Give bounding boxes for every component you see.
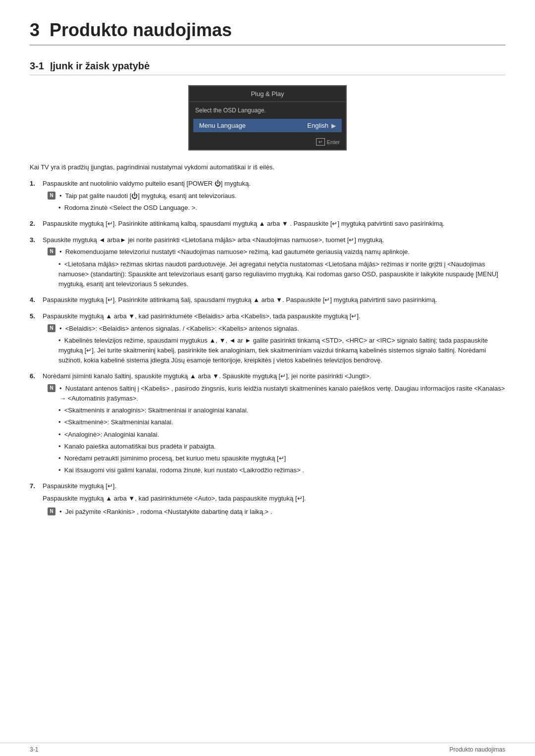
step-5-num: 5. (30, 311, 39, 322)
bullet-icon (48, 204, 54, 212)
osd-arrow-icon: ▶ (331, 122, 336, 129)
step-6-bullet-1: • <Skaitmeninis ir analoginis>: Skaitmen… (48, 405, 505, 415)
bullet-icon-9 (48, 466, 54, 475)
step-6-bullet-1-text: • <Skaitmeninis ir analoginis>: Skaitmen… (58, 405, 248, 415)
bullet-icon-2 (48, 260, 54, 269)
footer-page: 3-1 (30, 746, 38, 753)
osd-row-label: Menu Language (199, 122, 246, 129)
step-7-continuation: Paspauskite mygtuką ▲ arba ▼, kad pasiri… (43, 494, 505, 504)
step-3-num: 3. (30, 235, 39, 246)
step-6-note: N • Nustatant antenos šaltinį į <Kabelis… (48, 384, 505, 403)
step-3-bullet-text: • <Lietošana mājās> režimas skirtas naud… (58, 259, 505, 289)
step-1-text: Paspauskite ant nuotolinio valdymo pulte… (43, 179, 251, 189)
step-4: 4. Paspauskite mygtuką [↵]. Pasirinkite … (30, 295, 505, 305)
step-6-bullet-6-text: • Kai išsaugomi visi galimi kanalai, rod… (58, 465, 304, 475)
step-1-note-text: • Taip pat galite naudoti [⏻] mygtuką, e… (59, 191, 237, 201)
step-6-subitems: N • Nustatant antenos šaltinį į <Kabelis… (48, 384, 505, 475)
step-7-note-text: • Jei pažymite <Rankinis> , rodoma <Nust… (59, 507, 272, 517)
chapter-number: 3 (30, 20, 40, 41)
bullet-icon-4 (48, 406, 54, 415)
osd-header: Plug & Play (189, 86, 346, 102)
step-6-num: 6. (30, 371, 39, 382)
osd-footer: ↵ Enter (189, 134, 346, 150)
bullet-icon-6 (48, 431, 54, 439)
bullet-icon-8 (48, 454, 54, 463)
step-7-num: 7. (30, 481, 39, 492)
footer-section: Produkto naudojimas (449, 746, 505, 753)
step-6-bullet-2-text: • <Skaitmeninė>: Skaitmeniniai kanalai. (58, 417, 173, 427)
step-3: 3. Spauskite mygtuką ◄ arba► jei norite … (30, 235, 505, 289)
bullet-icon-7 (48, 443, 54, 451)
osd-row-right: English ▶ (307, 122, 336, 129)
osd-footer-label: Enter (327, 139, 340, 145)
step-5-bullet-text: • Kabelinės televizijos režime, spausdam… (58, 336, 505, 365)
step-1-bullet: • Rodoma žinutė <Select the OSD Language… (48, 203, 505, 213)
step-6-bullet-4: • Kanalo paieška automatiškai bus pradėt… (48, 442, 505, 452)
step-7-subitems: N • Jei pažymite <Rankinis> , rodoma <Nu… (48, 507, 505, 517)
note-icon-5: N (48, 507, 55, 515)
step-6-bullet-3: • <Analoginė>: Analoginiai kanalai. (48, 430, 505, 440)
step-3-bullet: • <Lietošana mājās> režimas skirtas naud… (48, 259, 505, 289)
step-6-bullet-5: • Norėdami petraukti įsiminimo procesą, … (48, 454, 505, 463)
step-2: 2. Paspauskite mygtuką [↵]. Pasirinkite … (30, 219, 505, 229)
step-5-text: Paspauskite mygtuką ▲ arba ▼, kad pasiri… (43, 311, 361, 322)
step-3-text: Spauskite mygtuką ◄ arba► jei norite pas… (43, 235, 384, 246)
section-header: 3-1 Įjunk ir žaisk ypatybė (30, 60, 505, 75)
step-5-note-text: • <Belaidis>: <Belaidis> antenos signala… (59, 324, 299, 334)
bullet-icon-3 (48, 337, 54, 345)
footer: 3-1 Produkto naudojimas (0, 743, 535, 756)
step-5-subitems: N • <Belaidis>: <Belaidis> antenos signa… (48, 324, 505, 366)
osd-subtitle: Select the OSD Language. (189, 102, 346, 117)
step-5-note: N • <Belaidis>: <Belaidis> antenos signa… (48, 324, 505, 334)
step-5: 5. Paspauskite mygtuką ▲ arba ▼, kad pas… (30, 311, 505, 365)
chapter-header: 3 Produkto naudojimas (30, 20, 505, 46)
osd-menu-language-row: Menu Language English ▶ (193, 119, 342, 132)
step-3-note: N • Rekomenduojame televizoriui nustatyt… (48, 247, 505, 257)
step-7-note: N • Jei pažymite <Rankinis> , rodoma <Nu… (48, 507, 505, 517)
step-6-bullet-5-text: • Norėdami petraukti įsiminimo procesą, … (58, 454, 286, 463)
step-2-num: 2. (30, 219, 39, 229)
note-icon: N (48, 192, 55, 200)
note-icon-4: N (48, 384, 55, 392)
section-number: 3-1 (30, 60, 44, 72)
intro-text: Kai TV yra iš pradžių įjungtas, pagrindi… (30, 162, 505, 173)
step-1: 1. Paspauskite ant nuotolinio valdymo pu… (30, 179, 505, 213)
note-icon-3: N (48, 324, 55, 332)
step-3-subitems: N • Rekomenduojame televizoriui nustatyt… (48, 247, 505, 289)
step-3-note-text: • Rekomenduojame televizoriui nustatyti … (59, 247, 410, 257)
step-6-bullet-4-text: • Kanalo paieška automatiškai bus pradėt… (58, 442, 215, 452)
step-6-bullet-6: • Kai išsaugomi visi galimi kanalai, rod… (48, 465, 505, 475)
step-1-subitems: N • Taip pat galite naudoti [⏻] mygtuką,… (48, 191, 505, 213)
step-6-text: Norėdami įsiminti kanalo šaltinį, spausk… (43, 371, 371, 382)
osd-row-value: English (307, 122, 328, 129)
step-7-text: Paspauskite mygtuką [↵]. (43, 481, 116, 492)
enter-icon: ↵ (316, 138, 325, 146)
note-icon-2: N (48, 248, 55, 255)
step-6-note-text: • Nustatant antenos šaltinį į <Kabelis> … (59, 384, 505, 403)
step-1-bullet-text: • Rodoma žinutė <Select the OSD Language… (58, 203, 197, 213)
section-title-text: Įjunk ir žaisk ypatybė (50, 60, 150, 72)
osd-box: Plug & Play Select the OSD Language. Men… (188, 85, 347, 151)
step-5-bullet: • Kabelinės televizijos režime, spausdam… (48, 336, 505, 365)
step-2-text: Paspauskite mygtuką [↵]. Pasirinkite ati… (43, 219, 444, 229)
step-6: 6. Norėdami įsiminti kanalo šaltinį, spa… (30, 371, 505, 475)
step-6-bullet-2: • <Skaitmeninė>: Skaitmeniniai kanalai. (48, 417, 505, 427)
step-1-note: N • Taip pat galite naudoti [⏻] mygtuką,… (48, 191, 505, 201)
step-4-num: 4. (30, 295, 39, 305)
bullet-icon-5 (48, 418, 54, 427)
chapter-title-text: Produkto naudojimas (50, 20, 232, 41)
osd-dialog: Plug & Play Select the OSD Language. Men… (30, 85, 505, 151)
step-7: 7. Paspauskite mygtuką [↵]. Paspauskite … (30, 481, 505, 517)
step-6-bullet-3-text: • <Analoginė>: Analoginiai kanalai. (58, 430, 159, 440)
step-4-text: Paspauskite mygtuką [↵]. Pasirinkite ati… (43, 295, 437, 305)
step-1-num: 1. (30, 179, 39, 189)
